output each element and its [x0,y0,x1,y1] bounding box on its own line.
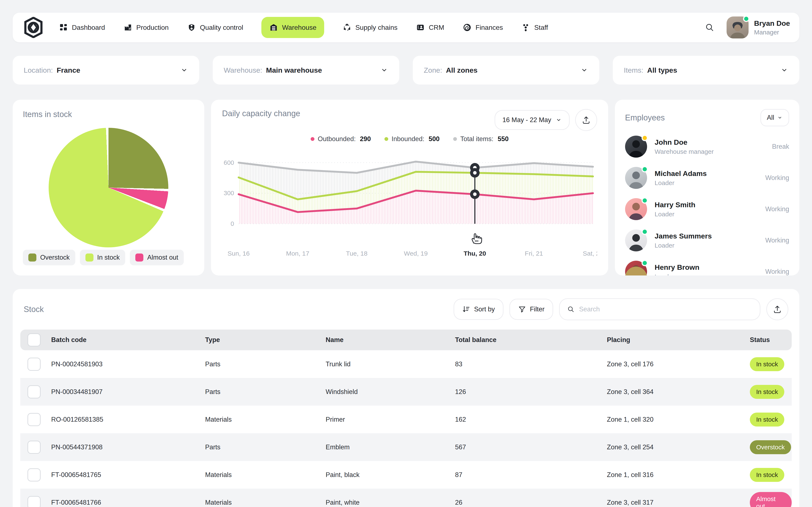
items-filter[interactable]: Items: All types [613,56,799,84]
status-badge: Almost out [750,492,792,507]
export-chart-button[interactable] [575,109,597,131]
filter-row: Location: France Warehouse: Main warehou… [13,56,799,84]
cell-placing: Zone 3, cell 364 [607,388,750,396]
finances-icon [462,23,472,32]
row-checkbox[interactable] [28,385,41,398]
table-row: PN-00034481907 Parts Windshield 126 Zone… [20,378,792,406]
nav-item-dashboard[interactable]: Dashboard [59,23,105,32]
export-table-button[interactable] [766,298,788,320]
search-input[interactable] [579,305,753,313]
warehouse-filter[interactable]: Warehouse: Main warehouse [213,56,399,84]
status-badge: In stock [750,385,784,399]
svg-text:Fri, 21: Fri, 21 [525,250,543,257]
filter-value: Main warehouse [266,66,322,74]
nav-item-label: Staff [534,24,548,32]
avatar [625,167,647,189]
table-row: FT-00065481765 Materials Paint, black 87… [20,461,792,489]
employees-card: Employees All John Doe Warehouse manager… [615,100,799,276]
filter-label: Items: [624,66,644,74]
nav-item-warehouse[interactable]: Warehouse [261,17,324,38]
status-badge: In stock [750,468,784,482]
table-body: PN-00024581903 Parts Trunk lid 83 Zone 3… [20,350,792,507]
sort-by-label: Sort by [474,305,495,313]
zone-filter[interactable]: Zone: All zones [413,56,599,84]
nav-item-label: CRM [429,24,444,32]
upload-icon [773,304,782,314]
table-row: RO-00126581385 Materials Primer 162 Zone… [20,406,792,433]
select-all-checkbox[interactable] [28,333,41,346]
status-dot [642,166,648,172]
cell-total-balance: 26 [455,499,607,506]
cell-type: Materials [205,471,326,479]
employee-row-michael-adams[interactable]: Michael Adams Loader Working [625,167,789,189]
employee-row-james-summers[interactable]: James Summers Loader Working [625,229,789,251]
row-checkbox[interactable] [28,358,41,371]
date-range-select[interactable]: 16 May - 22 May [495,110,570,130]
svg-text:Sat, 22: Sat, 22 [583,250,597,257]
cell-type: Materials [205,416,326,424]
status-dot [642,229,648,235]
nav-item-quality-control[interactable]: Quality control [187,23,243,32]
capacity-legend: Outbounded: 290 Inbounded: 500 Total ite… [222,135,597,143]
nav-item-finances[interactable]: Finances [462,23,503,32]
cell-placing: Zone 3, cell 176 [607,360,750,368]
items-in-stock-card: Items in stock Overstock In stock Almost… [13,100,204,276]
production-icon [123,23,133,32]
stock-title: Stock [24,305,44,314]
column-header-total-balance: Total balance [455,336,607,344]
online-dot [743,16,749,22]
filter-value: France [57,66,80,74]
nav-item-label: Quality control [200,24,243,32]
table-row: PN-00024581903 Parts Trunk lid 83 Zone 3… [20,350,792,378]
upload-icon [581,115,591,125]
column-header-placing: Placing [607,336,750,344]
legend-swatch [135,253,143,262]
employee-status: Break [772,143,789,151]
filter-button[interactable]: Filter [509,299,553,320]
pie-card-title: Items in stock [23,110,194,119]
employee-row-henry-brown[interactable]: Henry Brown Loader Working [625,261,789,276]
avatar [625,135,647,158]
search-icon[interactable] [705,22,715,33]
employee-row-john-doe[interactable]: John Doe Warehouse manager Break [625,135,789,158]
employee-row-harry-smith[interactable]: Harry Smith Loader Working [625,198,789,220]
nav-item-crm[interactable]: CRM [416,23,444,32]
legend-item-overstock: Overstock [23,250,75,265]
cell-total-balance: 126 [455,388,607,396]
sort-icon [462,305,470,313]
capacity-line-chart[interactable]: 0300600Sun, 16Mon, 17Tue, 18Wed, 19Thu, … [222,147,597,266]
user-avatar [726,16,749,39]
employee-role: Loader [655,211,696,218]
row-checkbox[interactable] [28,413,41,426]
cell-batch-code: PN-00034481907 [51,388,205,396]
employees-title: Employees [625,113,665,122]
legend-total-items: Total items: 550 [453,135,509,143]
filter-icon [518,305,526,313]
table-header: Batch code Type Name Total balance Placi… [20,330,792,350]
svg-text:Sun, 16: Sun, 16 [227,250,250,257]
stock-pie-chart[interactable] [49,128,168,247]
cell-batch-code: RO-00126581385 [51,416,205,424]
legend-swatch [28,253,36,262]
employee-role: Loader [655,273,700,276]
app-logo-icon[interactable] [23,16,44,39]
row-checkbox[interactable] [28,468,41,482]
employee-role: Loader [655,242,712,249]
nav-item-supply-chains[interactable]: Supply chains [342,23,398,32]
warehouse-dashboard: Dashboard Production Quality control War… [0,0,812,507]
filter-value: All types [647,66,677,74]
status-dot [642,260,648,266]
nav-item-production[interactable]: Production [123,23,169,32]
location-filter[interactable]: Location: France [13,56,199,84]
stock-search-field[interactable] [559,298,760,320]
column-header-batch-code: Batch code [51,336,205,344]
sort-by-button[interactable]: Sort by [454,299,504,320]
legend-dot [311,137,314,141]
row-checkbox[interactable] [28,441,41,454]
user-menu[interactable]: Bryan Doe Manager [726,16,790,39]
filter-label: Warehouse: [224,66,262,74]
row-checkbox[interactable] [28,496,41,507]
nav-item-staff[interactable]: Staff [521,23,548,32]
status-dot [642,135,648,141]
employees-filter-select[interactable]: All [760,109,789,126]
